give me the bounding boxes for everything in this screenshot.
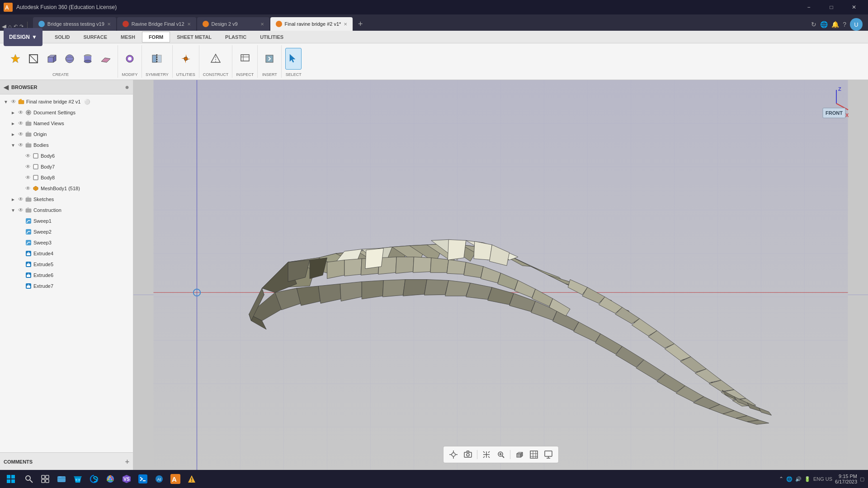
browser-collapse-icon[interactable]: ◀ [4,84,9,91]
help-icon[interactable]: ? [843,21,846,28]
tree-sketches[interactable]: ► 👁 Sketches [0,194,133,205]
mode-form[interactable]: FORM [142,32,170,42]
chevron-up-icon[interactable]: ⌃ [779,476,783,482]
comments-bar: COMMENTS + [0,452,133,470]
tree-extrude4[interactable]: ► Extrude4 [0,248,133,259]
root-settings-icon[interactable]: ⚪ [84,99,90,105]
mode-plastic[interactable]: PLASTIC [218,32,253,42]
browser-settings-icon[interactable]: ● [125,83,129,91]
grid-btn[interactable] [528,448,540,461]
svg-rect-195 [464,452,472,457]
tab-ravine-bridge[interactable]: Ravine Bridge Final v12 ✕ [117,17,196,31]
fusion-icon[interactable]: A [168,472,183,486]
create-star-btn[interactable] [7,48,24,70]
tab-icon [203,21,209,27]
date-display: 6/17/2023 [835,479,857,484]
svg-rect-201 [517,454,521,457]
vscode-icon[interactable] [136,472,150,486]
create-box-btn[interactable] [43,48,60,70]
tree-extrude7[interactable]: ► Extrude7 [0,281,133,291]
create-plane-btn[interactable] [98,48,114,70]
tab-final-ravine[interactable]: Final ravine bridge #2 v1* ✕ [270,17,353,31]
tab-bridge-stresss[interactable]: Bridge stresss testing v19 ✕ [33,17,116,31]
mode-solid[interactable]: SOLID [48,32,77,42]
mode-utilities[interactable]: UTILITIES [253,32,290,42]
explorer-icon[interactable] [54,472,69,486]
taskview-icon[interactable] [38,472,52,486]
edge-icon[interactable] [87,472,101,486]
create-cylinder-btn[interactable] [80,48,96,70]
close-tab-3[interactable]: ✕ [260,22,264,27]
axis-cube[interactable]: Z X FRONT [814,85,850,122]
utilities-btn[interactable] [178,48,194,70]
eye-icon: 👁 [11,99,16,105]
close-tab-1[interactable]: ✕ [107,22,111,27]
svg-marker-32 [26,121,29,122]
mode-surface[interactable]: SURFACE [77,32,114,42]
select-btn[interactable] [285,48,302,70]
tree-body7[interactable]: ► 👁 Body7 [0,161,133,172]
tree-meshbody1[interactable]: ► 👁 MeshBody1 (518) [0,183,133,194]
close-button[interactable]: ✕ [844,0,864,14]
start-button[interactable] [4,472,18,486]
comments-add-icon[interactable]: + [125,458,129,466]
svg-point-15 [128,57,132,61]
grid-snap-btn[interactable] [447,448,460,461]
construct-btn[interactable] [208,48,224,70]
modify-btn[interactable] [122,48,138,70]
user-avatar[interactable]: U [850,18,863,31]
tree-sweep1[interactable]: ► Sweep1 [0,216,133,226]
mode-sheet-metal[interactable]: SHEET METAL [170,32,218,42]
design-dropdown[interactable]: DESIGN ▼ [4,28,42,46]
tree-body6[interactable]: ► 👁 Body6 [0,150,133,161]
tree-root[interactable]: ▼ 👁 Final ravine bridge #2 v1 ⚪ [0,96,133,107]
toolbar-sep-2 [510,450,510,459]
view-cube-btn[interactable] [513,448,526,461]
tree-doc-settings[interactable]: ► 👁 Document Settings [0,107,133,118]
tree-extrude6[interactable]: ► Extrude6 [0,270,133,281]
tab-design2[interactable]: Design 2 v9 ✕ [197,17,269,31]
tree-body8[interactable]: ► 👁 Body8 [0,172,133,183]
toolbar-inspect: INSPECT [232,45,258,78]
mode-mesh[interactable]: MESH [114,32,142,42]
close-tab-2[interactable]: ✕ [187,22,191,27]
minimize-button[interactable]: − [798,0,819,14]
svg-rect-209 [545,451,552,456]
create-face-btn[interactable] [25,48,42,70]
close-tab-4[interactable]: ✕ [344,22,347,27]
svg-rect-220 [42,479,45,483]
display-btn[interactable] [542,448,555,461]
tree-extrude5[interactable]: ► Extrude5 [0,259,133,270]
tree-sweep2[interactable]: ► Sweep2 [0,226,133,237]
globe-icon[interactable]: 🌐 [820,21,828,28]
svg-point-225 [75,479,77,481]
search-taskbar-icon[interactable] [22,472,36,486]
tab-icon [38,21,45,27]
chrome-icon[interactable] [103,472,118,486]
tree-bodies[interactable]: ▼ 👁 Bodies [0,140,133,150]
toolbar-sep [477,450,477,459]
store-icon[interactable] [71,472,85,486]
tree-construction[interactable]: ▼ 👁 Construction [0,205,133,216]
tree-origin[interactable]: ► 👁 Origin [0,129,133,140]
create-sphere-btn[interactable] [61,48,78,70]
tree-sweep3[interactable]: ► Sweep3 [0,237,133,248]
inspect-btn[interactable] [237,48,253,70]
bell-icon[interactable]: 🔔 [831,21,839,28]
insert-btn[interactable] [261,48,278,70]
refresh-icon[interactable]: ↻ [811,21,816,28]
svg-point-8 [66,55,74,63]
maximize-button[interactable]: □ [821,0,842,14]
new-tab-button[interactable]: + [354,17,367,31]
camera-btn[interactable] [462,448,474,461]
tree-named-views[interactable]: ► 👁 Named Views [0,118,133,129]
zoom-btn[interactable] [495,448,507,461]
pan-btn[interactable] [480,448,493,461]
eye-icon: 👁 [25,164,31,170]
warning-icon[interactable]: ! [184,472,199,486]
vs-icon[interactable]: VS [119,472,134,486]
copilot-icon[interactable]: AI [152,472,166,486]
svg-marker-155 [430,258,448,273]
symmetry-btn[interactable] [149,48,165,70]
viewport[interactable]: Z X FRONT [133,80,868,470]
